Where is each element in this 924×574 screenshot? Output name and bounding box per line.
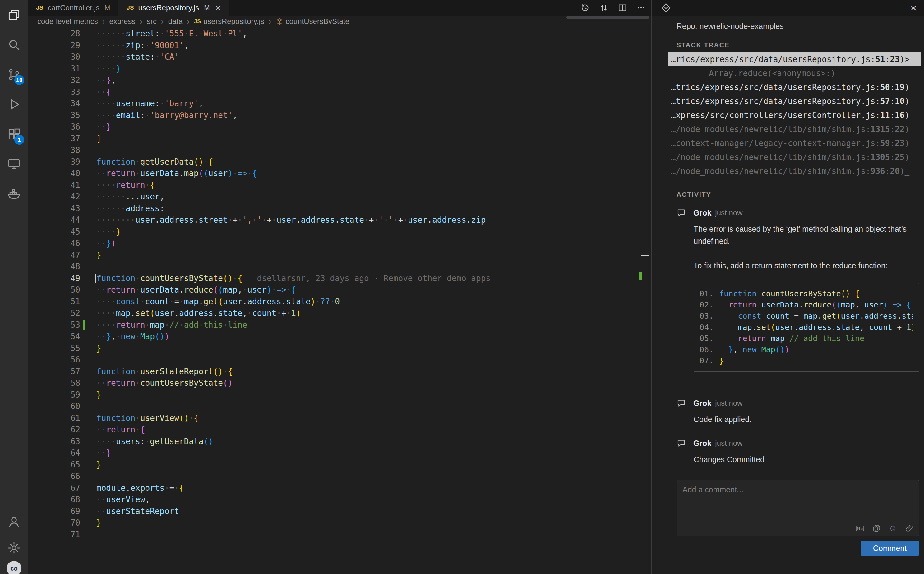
line-number[interactable]: 67 xyxy=(28,483,80,494)
line-number[interactable]: 31 xyxy=(28,63,80,75)
code-line[interactable]: 35····email:·'barry@barry.net', xyxy=(28,110,640,121)
code-line[interactable]: 55} xyxy=(28,342,640,355)
stack-frame[interactable]: …rics/express/src/data/usersRepository.j… xyxy=(668,52,921,66)
line-number[interactable]: 57 xyxy=(28,366,80,378)
line-number[interactable]: 68 xyxy=(28,494,80,506)
code-line[interactable]: 53····return·map·//·add·this·line xyxy=(28,319,640,331)
code-line[interactable]: 38 xyxy=(28,144,640,156)
line-number[interactable]: 41 xyxy=(28,180,80,191)
code-line[interactable]: 67module.exports·=·{ xyxy=(28,483,640,494)
code-line[interactable]: 42······...user, xyxy=(28,191,640,203)
line-number[interactable]: 54 xyxy=(28,331,80,342)
line-number[interactable]: 37 xyxy=(28,133,80,145)
line-number[interactable]: 38 xyxy=(28,144,80,156)
code-line[interactable]: 28······street:·'555·E.·West·Pl', xyxy=(28,28,640,40)
stack-frame[interactable]: …trics/express/src/data/usersRepository.… xyxy=(668,80,921,95)
breadcrumb-item[interactable]: code-level-metrics xyxy=(37,17,98,26)
split-editor-icon[interactable] xyxy=(618,3,627,13)
code-line[interactable]: 47} xyxy=(28,249,640,261)
breadcrumb-item[interactable]: JSusersRepository.js xyxy=(194,17,264,26)
stack-frame[interactable]: …/node_modules/newrelic/lib/shim/shim.js… xyxy=(668,150,921,164)
line-number[interactable]: 28 xyxy=(28,28,80,40)
line-number[interactable]: 42 xyxy=(28,191,80,203)
markdown-icon[interactable] xyxy=(856,524,864,533)
code-line[interactable]: 69··userStateReport xyxy=(28,506,640,517)
code-line[interactable]: 52····map.set(user.address.state,·count·… xyxy=(28,308,640,319)
stack-frame[interactable]: …/node_modules/newrelic/lib/shim/shim.js… xyxy=(668,122,921,136)
line-number[interactable]: 60 xyxy=(28,401,80,413)
code-line[interactable]: 57function·userStateReport()·{ xyxy=(28,366,640,378)
breadcrumb-item[interactable]: countUsersByState xyxy=(276,17,350,26)
code-line[interactable]: 51····const·count·=·map.get(user.address… xyxy=(28,296,640,308)
code-line[interactable]: 58··return·countUsersByState() xyxy=(28,377,640,389)
account-icon[interactable] xyxy=(0,509,28,535)
line-number[interactable]: 53 xyxy=(28,319,80,331)
line-number[interactable]: 62 xyxy=(28,424,80,436)
line-number[interactable]: 32 xyxy=(28,74,80,86)
code-line[interactable]: 33··{ xyxy=(28,86,640,98)
line-number[interactable]: 35 xyxy=(28,110,80,121)
code-line[interactable]: 50··return·userData.reduce((map,·user)·=… xyxy=(28,284,640,296)
line-number[interactable]: 58 xyxy=(28,377,80,389)
remote-explorer-icon[interactable] xyxy=(0,149,28,179)
line-number[interactable]: 69 xyxy=(28,506,80,517)
line-number[interactable]: 40 xyxy=(28,168,80,180)
code-line[interactable]: 43······address: xyxy=(28,203,640,214)
code-line[interactable]: 31····} xyxy=(28,63,640,75)
more-actions-icon[interactable] xyxy=(636,3,646,13)
line-number[interactable]: 64 xyxy=(28,447,80,459)
stack-frame[interactable]: …trics/express/src/data/usersRepository.… xyxy=(668,95,921,109)
code-line[interactable]: 68··userView, xyxy=(28,494,640,506)
line-number[interactable]: 49 xyxy=(28,273,80,284)
code-line[interactable]: 41····return·{ xyxy=(28,180,640,191)
line-number[interactable]: 46 xyxy=(28,238,80,249)
line-number[interactable]: 30 xyxy=(28,51,80,63)
stack-frame[interactable]: …xpress/src/controllers/usersController.… xyxy=(668,109,921,122)
breadcrumb-item[interactable]: src xyxy=(147,17,157,26)
code-line[interactable]: 62··return·{ xyxy=(28,424,640,436)
search-icon[interactable] xyxy=(0,30,28,60)
horizontal-scrollbar-thumb[interactable] xyxy=(566,16,649,19)
code-line[interactable]: 32··}, xyxy=(28,74,640,86)
docker-icon[interactable] xyxy=(0,179,28,209)
code-line[interactable]: 66 xyxy=(28,471,640,483)
line-number[interactable]: 48 xyxy=(28,261,80,273)
code-line[interactable]: 60 xyxy=(28,401,640,413)
code-line[interactable]: 59} xyxy=(28,389,640,401)
close-tab-icon[interactable]: × xyxy=(215,3,221,13)
code-line[interactable]: 48 xyxy=(28,261,640,273)
code-line[interactable]: 46··}) xyxy=(28,238,640,249)
code-line[interactable]: 56 xyxy=(28,354,640,366)
stack-frame[interactable]: …context-manager/legacy-context-manager.… xyxy=(668,136,921,150)
attachment-icon[interactable] xyxy=(905,524,914,533)
code-line[interactable]: 30······state:·'CA' xyxy=(28,51,640,63)
code-line[interactable]: 37] xyxy=(28,133,640,145)
comment-input[interactable] xyxy=(677,480,919,517)
line-number[interactable]: 44 xyxy=(28,214,80,226)
code-line[interactable]: 44········user.address.street·+·',·'·+·u… xyxy=(28,214,640,226)
line-number[interactable]: 29 xyxy=(28,40,80,52)
line-number[interactable]: 56 xyxy=(28,354,80,366)
line-number[interactable]: 39 xyxy=(28,156,80,168)
code-line[interactable]: 54··},·new·Map()) xyxy=(28,331,640,342)
close-panel-icon[interactable]: × xyxy=(910,3,916,13)
code-line[interactable]: 40··return·userData.map((user)·=>·{ xyxy=(28,168,640,180)
extensions-icon[interactable]: 1 xyxy=(0,119,28,149)
code-line[interactable]: 65} xyxy=(28,459,640,471)
stack-frame[interactable]: …/node_modules/newrelic/lib/shim/shim.js… xyxy=(668,164,921,178)
line-number[interactable]: 65 xyxy=(28,459,80,471)
line-number[interactable]: 59 xyxy=(28,389,80,401)
code-line[interactable]: 61function·userView()·{ xyxy=(28,413,640,424)
line-number[interactable]: 70 xyxy=(28,517,80,529)
code-line[interactable]: 64··} xyxy=(28,447,640,459)
code-line[interactable]: 49function·countUsersByState()·{ dsellar… xyxy=(28,273,640,284)
emoji-icon[interactable]: ☺ xyxy=(889,524,897,533)
code-line[interactable]: 70} xyxy=(28,517,640,529)
code-line[interactable]: 63····users:·getUserData() xyxy=(28,436,640,448)
line-number[interactable]: 71 xyxy=(28,529,80,541)
breadcrumb-item[interactable]: express xyxy=(109,17,135,26)
compare-changes-icon[interactable] xyxy=(599,3,608,13)
stack-frame[interactable]: Array.reduce(<anonymous>:) xyxy=(668,66,921,80)
tab-usersrepository[interactable]: JS usersRepository.js M × xyxy=(119,0,229,16)
source-control-icon[interactable]: 10 xyxy=(0,60,28,90)
